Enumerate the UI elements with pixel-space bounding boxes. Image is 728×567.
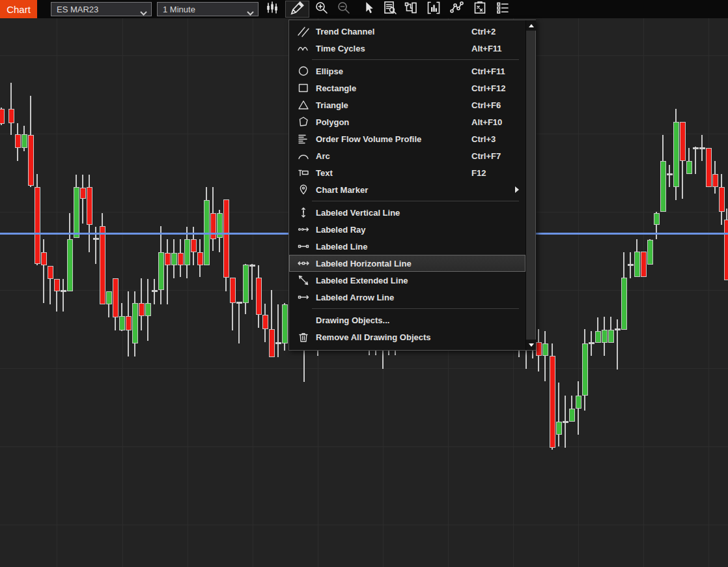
labeled-ray-icon	[294, 223, 312, 236]
zoom-out-button[interactable]	[334, 1, 354, 17]
menu-item-shortcut: Ctrl+3	[471, 134, 496, 144]
menu-item-polygon[interactable]: PolygonAlt+F10	[289, 113, 525, 130]
candle-body	[165, 253, 171, 265]
grid-line-vertical	[708, 18, 709, 567]
candle-body	[556, 422, 562, 435]
candle-body	[119, 316, 125, 330]
candle-body	[139, 303, 145, 316]
menu-item-arc[interactable]: ArcCtrl+F7	[289, 147, 525, 164]
candle-body	[706, 148, 712, 187]
ellipse-icon	[294, 65, 312, 78]
candle-body	[191, 239, 197, 252]
candlestick-chart-button[interactable]	[263, 1, 283, 17]
chart-values-button[interactable]	[401, 1, 421, 17]
menu-item-labeled-ray[interactable]: Labeled Ray	[289, 221, 525, 238]
menu-item-chart-marker[interactable]: Chart Marker	[289, 181, 525, 198]
studies-list-icon	[495, 0, 511, 18]
line-study-icon	[449, 0, 465, 18]
menu-separator	[312, 59, 519, 60]
chart-menu-button[interactable]: Chart	[0, 0, 37, 18]
candle-body	[582, 343, 588, 396]
candle-body	[54, 279, 60, 291]
candle-wick	[43, 239, 44, 303]
chart-settings-icon	[382, 0, 398, 18]
menu-item-drawing-objects[interactable]: Drawing Objects...	[289, 312, 525, 328]
menu-item-labeled-vertical-line[interactable]: Labeled Vertical Line	[289, 204, 525, 221]
menu-item-shortcut: Ctrl+F6	[471, 100, 501, 110]
candle-doji-dash	[667, 173, 673, 175]
candle-wick	[669, 165, 670, 187]
menu-item-labeled-extended-line[interactable]: Labeled Extended Line	[289, 272, 525, 289]
candle-wick	[617, 319, 618, 370]
pencil-button[interactable]	[285, 1, 309, 18]
candle-body	[48, 266, 53, 279]
menu-item-remove-all-drawing-objects[interactable]: Remove All Drawing Objects	[289, 328, 525, 345]
timeframe-select[interactable]: 1 Minute	[157, 2, 259, 16]
candle-doji-dash	[615, 328, 621, 330]
menu-item-label: Labeled Arrow Line	[316, 293, 394, 302]
candle-doji-dash	[699, 147, 705, 149]
candle-body	[41, 252, 47, 265]
menu-item-label: Labeled Vertical Line	[316, 208, 400, 218]
scroll-down-button[interactable]	[526, 340, 536, 350]
candle-body	[230, 278, 236, 303]
chevron-down-icon	[140, 8, 147, 18]
chart-marker-icon	[294, 183, 312, 196]
trading-app-window: Chart ES MAR23 1 Minute Trend ChannelCtr…	[0, 0, 728, 567]
symbol-select-value: ES MAR23	[57, 5, 98, 14]
zoom-in-button[interactable]	[312, 1, 331, 17]
candle-body	[595, 331, 601, 343]
menu-item-shortcut: Ctrl+2	[471, 27, 496, 36]
labeled-vertical-line-icon	[294, 206, 312, 219]
candle-doji-dash	[628, 264, 634, 266]
studies-list-button[interactable]	[493, 1, 512, 17]
menu-scrollbar[interactable]	[525, 20, 535, 350]
menu-item-label: Trend Channel	[316, 27, 374, 36]
grid-line-horizontal	[0, 525, 728, 525]
candle-body	[28, 135, 34, 186]
candle-wick	[238, 302, 240, 343]
candle-body	[106, 291, 112, 304]
spreadsheet-button[interactable]	[470, 1, 490, 17]
line-study-button[interactable]	[447, 1, 467, 17]
candle-body	[269, 329, 275, 357]
menu-item-order-flow-volume-profile[interactable]: Order Flow Volume ProfileCtrl+3	[289, 130, 525, 147]
candle-body	[680, 122, 686, 161]
symbol-select[interactable]: ES MAR23	[51, 2, 152, 16]
menu-item-trend-channel[interactable]: Trend ChannelCtrl+2	[289, 23, 525, 40]
chart-settings-button[interactable]	[380, 1, 400, 17]
menu-item-label: Remove All Drawing Objects	[316, 332, 431, 342]
text-tool-icon	[294, 166, 312, 179]
candle-body	[223, 199, 229, 278]
time-cycles-icon	[294, 42, 312, 55]
candle-body	[113, 278, 119, 317]
region-volume-button[interactable]	[424, 1, 443, 17]
candle-body	[576, 396, 581, 409]
candle-wick	[82, 175, 83, 224]
candle-body	[256, 278, 262, 315]
menu-item-time-cycles[interactable]: Time CyclesAlt+F11	[289, 40, 525, 57]
menu-item-label: Labeled Horizontal Line	[316, 259, 412, 269]
pointer-icon	[361, 1, 376, 18]
drawing-tools-menu-items: Trend ChannelCtrl+2Time CyclesAlt+F11Ell…	[289, 20, 525, 350]
scroll-up-button[interactable]	[526, 20, 536, 31]
candle-body	[67, 239, 73, 291]
menu-item-triangle[interactable]: TriangleCtrl+F6	[289, 96, 525, 113]
grid-line-horizontal	[0, 446, 728, 447]
candle-body	[602, 330, 608, 343]
menu-item-labeled-horizontal-line[interactable]: Labeled Horizontal Line	[289, 255, 525, 272]
menu-item-text[interactable]: TextF12	[289, 164, 525, 181]
candle-doji-dash	[61, 290, 66, 292]
menu-item-labeled-arrow-line[interactable]: Labeled Arrow Line	[289, 289, 525, 306]
menu-item-shortcut: Ctrl+F12	[471, 83, 505, 93]
menu-item-ellipse[interactable]: EllipseCtrl+F11	[289, 63, 525, 80]
candle-wick	[277, 304, 279, 357]
trend-channel-icon	[294, 25, 312, 38]
candle-body	[569, 409, 575, 422]
menu-item-rectangle[interactable]: RectangleCtrl+F12	[289, 80, 525, 96]
main-toolbar: Chart ES MAR23 1 Minute	[0, 0, 728, 18]
pointer-button[interactable]	[359, 1, 378, 17]
menu-separator	[312, 201, 519, 201]
menu-item-labeled-line[interactable]: Labeled Line	[289, 238, 525, 255]
menu-item-label: Order Flow Volume Profile	[316, 134, 421, 144]
